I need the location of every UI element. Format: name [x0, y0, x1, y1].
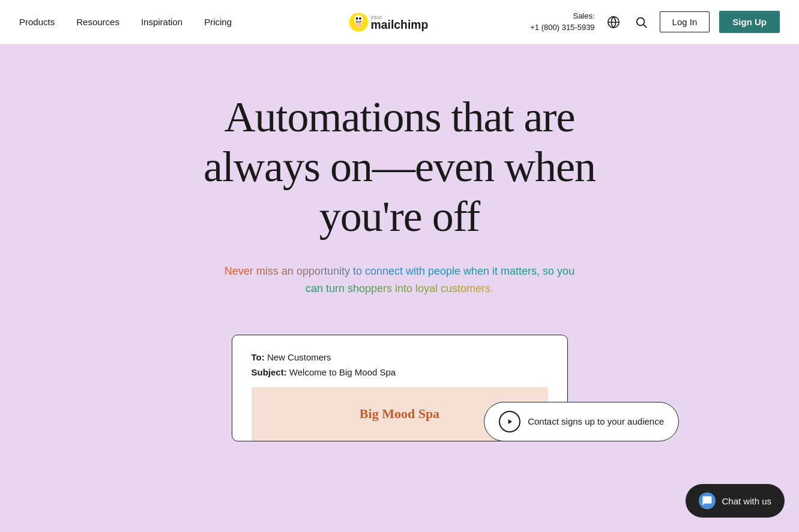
- sales-label: Sales:: [530, 11, 594, 22]
- site-logo[interactable]: intuit mailchimp: [347, 9, 453, 35]
- svg-text:mailchimp: mailchimp: [370, 18, 428, 31]
- nav-item-inspiration[interactable]: Inspiration: [141, 17, 182, 27]
- play-triangle-icon: [505, 417, 514, 426]
- chat-widget[interactable]: Chat with us: [686, 484, 785, 518]
- email-subject-row: Subject: Welcome to Big Mood Spa: [252, 367, 548, 377]
- svg-point-2: [355, 17, 358, 19]
- nav-left: Products Resources Inspiration Pricing: [19, 17, 232, 27]
- contact-bubble-text: Contact signs up to your audience: [528, 416, 664, 426]
- subject-value: Welcome to Big Mood Spa: [289, 367, 396, 377]
- to-value: New Customers: [267, 352, 331, 362]
- globe-icon-button[interactable]: [605, 13, 623, 31]
- svg-point-8: [636, 17, 644, 25]
- hero-subtitle-text: Never miss an opportunity to connect wit…: [225, 265, 574, 294]
- svg-point-4: [355, 22, 362, 28]
- nav-item-products[interactable]: Products: [19, 17, 55, 27]
- navbar: Products Resources Inspiration Pricing i…: [0, 0, 799, 44]
- email-to-row: To: New Customers: [252, 352, 548, 362]
- brand-name: Big Mood Spa: [360, 406, 439, 422]
- hero-card-area: To: New Customers Subject: Welcome to Bi…: [0, 333, 799, 441]
- svg-line-9: [644, 25, 647, 28]
- chat-widget-label: Chat with us: [722, 496, 771, 506]
- globe-icon: [607, 16, 620, 29]
- nav-right: Sales: +1 (800) 315-5939 Log In Sign Up: [530, 11, 780, 33]
- chat-avatar: [699, 492, 716, 509]
- signup-button[interactable]: Sign Up: [719, 11, 780, 33]
- nav-item-pricing[interactable]: Pricing: [204, 17, 232, 27]
- contact-signs-up-bubble[interactable]: Contact signs up to your audience: [484, 402, 679, 441]
- chat-icon: [702, 495, 713, 506]
- sales-info: Sales: +1 (800) 315-5939: [530, 11, 594, 32]
- svg-point-3: [359, 17, 361, 19]
- play-icon: [499, 411, 520, 432]
- login-button[interactable]: Log In: [660, 11, 710, 32]
- hero-subtitle: Never miss an opportunity to connect wit…: [220, 263, 580, 297]
- hero-title: Automations that are always on—even when…: [190, 92, 610, 241]
- svg-marker-10: [508, 419, 512, 424]
- sales-phone: +1 (800) 315-5939: [530, 22, 594, 33]
- nav-item-resources[interactable]: Resources: [76, 17, 119, 27]
- search-icon-button[interactable]: [632, 13, 650, 31]
- search-icon: [635, 16, 648, 29]
- to-label: To:: [252, 352, 265, 362]
- subject-label: Subject:: [252, 367, 287, 377]
- hero-section: Automations that are always on—even when…: [0, 44, 799, 532]
